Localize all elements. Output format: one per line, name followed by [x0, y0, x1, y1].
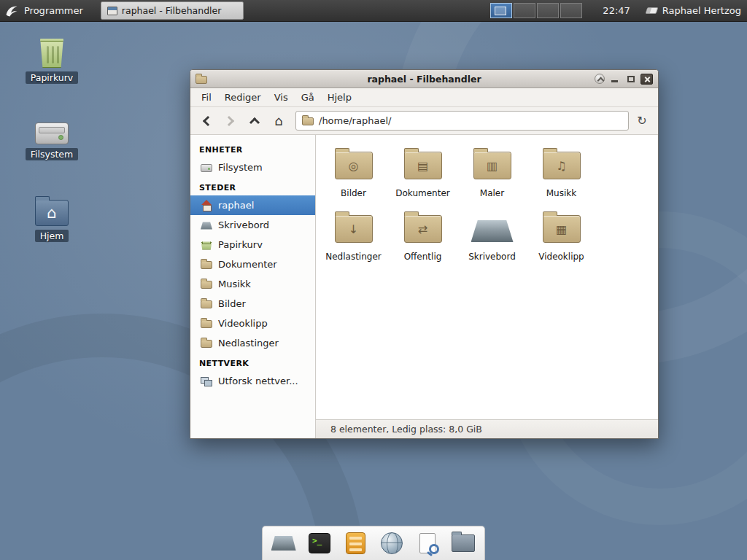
- file-label: Maler: [480, 188, 504, 198]
- folder-icon: [201, 300, 212, 308]
- sidebar-header-network: NETTVERK: [190, 353, 315, 371]
- trash-icon: [39, 39, 65, 68]
- music-emblem-icon: ♫: [543, 159, 580, 173]
- maximize-button[interactable]: [624, 74, 637, 85]
- sidebar-item-bilder[interactable]: Bilder: [190, 294, 315, 314]
- web-browser-launcher[interactable]: [376, 529, 407, 558]
- taskbar-window-label: raphael - Filbehandler: [122, 5, 222, 16]
- desktop-icon-label: Papirkurv: [26, 71, 79, 84]
- file-label: Nedlastinger: [325, 252, 382, 262]
- file-manager-launcher[interactable]: [448, 529, 479, 558]
- desktop-icon: [201, 222, 212, 230]
- sidebar-item-videoklipp[interactable]: Videoklipp: [190, 314, 315, 333]
- folder-icon: ⇄: [404, 215, 442, 243]
- app-finder-launcher[interactable]: [412, 529, 443, 558]
- video-emblem-icon: ▦: [543, 222, 580, 236]
- file-dokumenter[interactable]: ▤ Dokumenter: [388, 145, 457, 198]
- file-maler[interactable]: ▥ Maler: [457, 145, 527, 198]
- sidebar-item-label: Dokumenter: [218, 259, 277, 270]
- file-bilder[interactable]: ◎ Bilder: [319, 145, 388, 198]
- file-offentlig[interactable]: ⇄ Offentlig: [388, 209, 457, 262]
- up-button[interactable]: [244, 111, 266, 131]
- file-icon-wrap: ▦: [543, 209, 581, 249]
- sidebar-item-raphael[interactable]: raphael: [190, 195, 315, 215]
- close-button[interactable]: [640, 74, 653, 85]
- file-videoklipp[interactable]: ▦ Videoklipp: [527, 209, 596, 262]
- document-emblem-icon: ▤: [405, 159, 441, 173]
- path-folder-icon: [302, 117, 314, 125]
- home-icon: [201, 200, 212, 211]
- sidebar-item-network[interactable]: Utforsk nettver...: [190, 371, 315, 391]
- titlebar-buttons: [595, 74, 653, 85]
- folder-icon: [201, 340, 212, 348]
- sidebar-item-papirkurv[interactable]: Papirkurv: [190, 235, 315, 254]
- desktop-icon-filesystem[interactable]: Filsystem: [23, 117, 80, 160]
- applications-menu-button[interactable]: Programmer: [0, 0, 90, 21]
- user-menu[interactable]: Raphael Hertzog: [646, 5, 741, 16]
- file-icon-wrap: [471, 209, 514, 249]
- sidebar-item-label: Utforsk nettver...: [218, 376, 298, 386]
- sidebar-item-skrivebord[interactable]: Skrivebord: [190, 215, 315, 235]
- workspace-switcher: [490, 3, 582, 18]
- taskbar-window-button[interactable]: raphael - Filbehandler: [101, 1, 244, 20]
- minimize-button[interactable]: [608, 74, 621, 85]
- sidebar-header-places: STEDER: [190, 177, 315, 195]
- terminal-launcher[interactable]: >_: [304, 529, 335, 558]
- shade-button[interactable]: [595, 74, 605, 84]
- file-icon-wrap: ◎: [335, 145, 373, 186]
- workspace-3[interactable]: [537, 3, 559, 18]
- window-icon: [107, 7, 117, 15]
- web-browser-icon: [381, 532, 403, 554]
- text-editor-icon: [346, 532, 365, 554]
- desktop-icon-trash[interactable]: Papirkurv: [23, 39, 80, 84]
- file-label: Musikk: [546, 188, 576, 198]
- menubar: Fil Rediger Vis Gå Hjelp: [190, 88, 658, 107]
- path-text: /home/raphael/: [319, 115, 391, 126]
- file-nedlastinger[interactable]: ↓ Nedlastinger: [319, 209, 388, 262]
- file-label: Skrivebord: [468, 252, 516, 262]
- back-button[interactable]: [196, 111, 217, 131]
- workspace-1[interactable]: [490, 3, 512, 18]
- panel-clock[interactable]: 22:47: [603, 5, 630, 16]
- statusbar: 8 elementer, Ledig plass: 8,0 GiB: [316, 419, 658, 438]
- folder-icon: ▥: [473, 152, 511, 179]
- home-button[interactable]: ⌂: [268, 111, 290, 131]
- sidebar-item-label: Videoklipp: [218, 318, 268, 329]
- menu-help[interactable]: Hjelp: [321, 90, 358, 105]
- desktop-icon-home[interactable]: ⌂ Hjem: [23, 197, 80, 242]
- sidebar-item-dokumenter[interactable]: Dokumenter: [190, 254, 315, 274]
- file-icon-wrap: ▥: [473, 145, 511, 186]
- workspace-2[interactable]: [514, 3, 535, 18]
- reload-button[interactable]: ↻: [631, 111, 653, 131]
- workspace-4[interactable]: [560, 3, 582, 18]
- desktop-icon-label: Hjem: [35, 230, 69, 242]
- show-desktop-button[interactable]: [268, 529, 299, 558]
- folder-icon: ♫: [543, 152, 581, 179]
- titlebar[interactable]: raphael - Filbehandler: [190, 70, 658, 88]
- sidebar-item-label: Skrivebord: [218, 219, 269, 230]
- file-musikk[interactable]: ♫ Musikk: [527, 145, 596, 198]
- file-skrivebord[interactable]: Skrivebord: [457, 209, 527, 262]
- file-label: Offentlig: [404, 252, 442, 262]
- menu-go[interactable]: Gå: [295, 90, 321, 105]
- window-title: raphael - Filbehandler: [190, 74, 658, 85]
- network-icon: [201, 376, 212, 387]
- path-bar[interactable]: /home/raphael/: [295, 111, 629, 131]
- sidebar-item-label: Musikk: [218, 279, 251, 289]
- templates-emblem-icon: ▥: [474, 159, 511, 173]
- file-label: Bilder: [341, 188, 366, 198]
- download-emblem-icon: ↓: [336, 222, 372, 236]
- file-icon-wrap: ⇄: [404, 209, 442, 249]
- text-editor-launcher[interactable]: [340, 529, 371, 558]
- forward-icon: [224, 115, 234, 125]
- sidebar-item-musikk[interactable]: Musikk: [190, 274, 315, 294]
- drive-icon: [35, 122, 69, 144]
- dock: >_: [262, 526, 485, 560]
- sidebar-item-nedlastinger[interactable]: Nedlastinger: [190, 333, 315, 353]
- menu-view[interactable]: Vis: [268, 90, 295, 105]
- menu-edit[interactable]: Rediger: [218, 90, 268, 105]
- home-folder-icon: ⌂: [35, 200, 69, 226]
- forward-button[interactable]: [220, 111, 241, 131]
- menu-file[interactable]: Fil: [195, 90, 218, 105]
- sidebar-item-filsystem[interactable]: Filsystem: [190, 158, 315, 177]
